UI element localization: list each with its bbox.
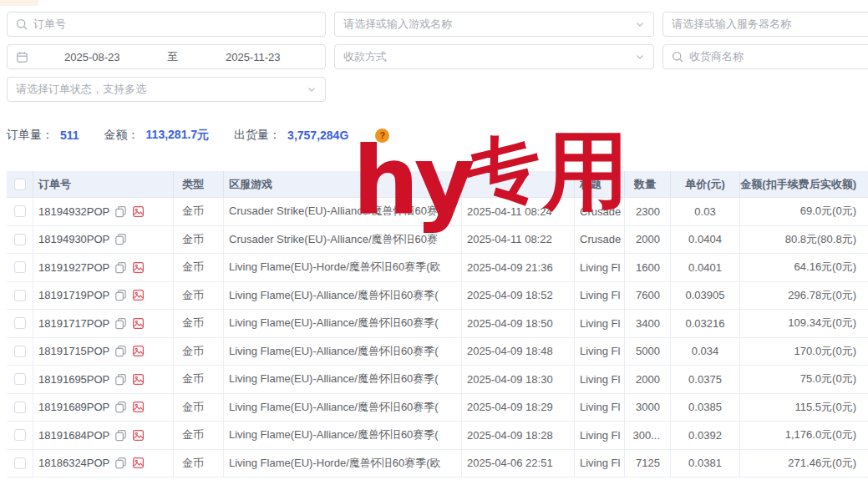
order-no-cell: 18191689POP (33, 394, 174, 422)
copy-icon[interactable] (114, 457, 127, 469)
row-checkbox[interactable] (14, 373, 26, 385)
row-checkbox[interactable] (14, 261, 26, 273)
amount-cell: 80.8元(80.8元) (740, 226, 868, 254)
order-no-text: 18191715POP (38, 345, 109, 357)
search-icon (672, 51, 683, 63)
row-checkbox[interactable] (14, 346, 26, 357)
row-checkbox[interactable] (14, 205, 26, 217)
row-checkbox-cell (7, 198, 33, 225)
unit-price-cell: 0.0385 (671, 394, 740, 422)
unit-price-cell: 0.0401 (671, 254, 740, 281)
order-count-label: 订单量： (7, 128, 53, 143)
help-icon[interactable]: ? (375, 129, 389, 143)
unit-price-cell: 0.03216 (671, 310, 740, 337)
title-cell: Living Fl (575, 450, 625, 477)
screenshot-image-icon[interactable] (132, 205, 145, 218)
amount-cell: 271.46元(0元) (740, 450, 868, 477)
copy-icon[interactable] (114, 233, 127, 245)
order-no-search-input[interactable]: 订单号 (7, 12, 326, 37)
game-placeholder: 请选择或输入游戏名称 (343, 17, 452, 32)
title-cell: Living Fl (575, 394, 625, 422)
amount-cell: 170.0元(0元) (740, 338, 868, 366)
screenshot-image-icon[interactable] (132, 261, 145, 274)
quantity-cell: 3000 (625, 394, 671, 422)
screenshot-image-icon[interactable] (132, 373, 145, 386)
row-checkbox-cell (7, 338, 33, 366)
screenshot-image-icon[interactable] (132, 429, 145, 442)
screenshot-image-icon[interactable] (132, 317, 145, 330)
server-placeholder: 请选择或输入服务器名称 (672, 17, 791, 32)
date-end-value[interactable]: 2025-11-23 (190, 51, 317, 63)
summary-stats: 订单量： 511 金额： 113,281.7元 出货量： 3,757,284G … (7, 127, 389, 144)
table-row: 18191927POP 金币 Living Flame(EU)-Horde/魔兽… (7, 254, 868, 282)
row-checkbox-cell (7, 226, 33, 254)
screenshot-image-icon[interactable] (132, 289, 145, 301)
row-checkbox[interactable] (14, 234, 26, 245)
amount-cell: 296.78元(0元) (740, 282, 868, 310)
unit-price-cell: 0.03 (671, 198, 740, 225)
table-row: 18191717POP 金币 Living Flame(EU)-Alliance… (7, 310, 868, 338)
screenshot-image-icon[interactable] (132, 401, 145, 413)
header-price: 单价(元) (671, 171, 740, 197)
order-time-cell: 2025-04-11 08:24 (462, 198, 575, 225)
order-no-text: 18191927POP (38, 261, 109, 274)
date-start-value[interactable]: 2025-08-23 (28, 51, 156, 63)
shipment-value: 3,757,284G (287, 129, 348, 142)
row-checkbox[interactable] (14, 290, 26, 301)
copy-icon[interactable] (114, 401, 127, 413)
order-time-cell: 2025-04-09 21:36 (462, 254, 575, 281)
type-cell: 金币 (174, 338, 224, 366)
unit-price-cell: 0.0392 (671, 422, 740, 449)
select-all-checkbox[interactable] (14, 179, 26, 190)
screenshot-image-icon[interactable] (132, 345, 145, 357)
type-cell: 金币 (174, 226, 224, 254)
amount-cell: 75.0元(0元) (740, 366, 868, 393)
copy-icon[interactable] (114, 373, 127, 386)
payment-method-select[interactable]: 收款方式 (334, 44, 654, 69)
chevron-down-icon (635, 19, 645, 29)
merchant-search-input[interactable]: 收货商名称 (662, 44, 868, 69)
amount-cell: 69.0元(0元) (740, 198, 868, 225)
row-checkbox[interactable] (14, 317, 26, 329)
quantity-cell: 3400 (625, 310, 671, 337)
order-no-text: 18194930POP (38, 233, 109, 245)
copy-icon[interactable] (114, 289, 127, 301)
server-select[interactable]: 请选择或输入服务器名称 (662, 12, 868, 37)
amount-cell: 115.5元(0元) (740, 394, 868, 422)
order-time-cell: 2025-04-09 18:50 (462, 310, 575, 337)
table-body: 18194932POP 金币 Crusader Strike(EU)-Allia… (7, 198, 868, 477)
copy-icon[interactable] (114, 317, 127, 330)
order-time-cell: 2025-04-09 18:30 (462, 366, 575, 393)
row-checkbox[interactable] (14, 402, 26, 413)
amount-cell: 64.16元(0元) (740, 254, 868, 281)
type-cell: 金币 (174, 394, 224, 422)
header-time (462, 171, 575, 197)
status-placeholder: 请选择订单状态，支持多选 (16, 82, 146, 97)
order-status-select[interactable]: 请选择订单状态，支持多选 (7, 77, 326, 102)
date-range-picker[interactable]: 2025-08-23 至 2025-11-23 (7, 44, 326, 69)
game-select[interactable]: 请选择或输入游戏名称 (334, 12, 654, 37)
table-row: 18194930POP 金币 Crusader Strike(EU)-Allia… (7, 226, 868, 255)
game-server-cell: Living Flame(EU)-Alliance/魔兽怀旧60赛季( (224, 394, 462, 422)
order-no-cell: 18194930POP (33, 226, 174, 254)
order-no-cell: 18191927POP (33, 254, 174, 281)
copy-icon[interactable] (114, 345, 127, 357)
copy-icon[interactable] (114, 429, 127, 442)
chevron-down-icon (307, 84, 317, 94)
game-server-cell: Living Flame(EU)-Horde/魔兽怀旧60赛季(欧 (224, 450, 462, 477)
chevron-down-icon (635, 52, 645, 62)
copy-icon[interactable] (114, 205, 127, 218)
title-cell: Living Fl (575, 310, 625, 337)
copy-icon[interactable] (114, 261, 127, 274)
order-no-text: 18191717POP (38, 317, 109, 330)
row-checkbox-cell (7, 282, 33, 310)
amount-label: 金额： (104, 128, 140, 143)
quantity-cell: 2000 (625, 226, 671, 254)
game-server-cell: Crusader Strike(EU)-Alliance/魔兽怀旧60赛 (224, 226, 462, 254)
header-game: 区服游戏 (224, 171, 462, 197)
screenshot-image-icon[interactable] (132, 457, 145, 469)
row-checkbox[interactable] (14, 429, 26, 441)
row-checkbox[interactable] (14, 457, 26, 469)
amount-cell: 1,176.0元(0元) (740, 422, 868, 449)
table-row: 18191689POP 金币 Living Flame(EU)-Alliance… (7, 394, 868, 422)
